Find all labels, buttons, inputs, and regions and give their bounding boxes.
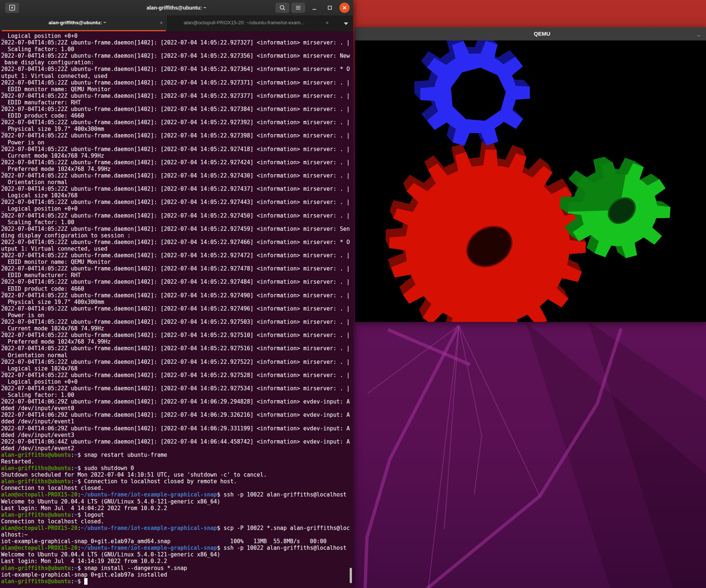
terminal-line: 2022-07-04T14:05:22Z ubuntu-frame.daemon…: [1, 239, 353, 245]
terminal-line: Shutdown scheduled for Mon 2022-07-04 14…: [1, 472, 353, 478]
qemu-display[interactable]: [355, 40, 706, 322]
terminal-line: Last login: Mon Jul 4 14:04:22 2022 from…: [1, 505, 353, 512]
terminal-line: _ Current mode 1024x768 74.99Hz: [1, 153, 353, 159]
gear-red: [374, 129, 598, 322]
terminal-line: _ Logical position +0+0: [1, 379, 353, 385]
terminal-line: _ EDID monitor name: QEMU Monitor: [1, 259, 353, 265]
terminal-line: 2022-07-04T14:05:22Z ubuntu-frame.daemon…: [1, 66, 353, 72]
terminal-line: alan-griffiths@ubuntu:~$ logout: [1, 512, 353, 518]
terminal-line: base display configuration:: [1, 59, 353, 66]
terminal-line: 2022-07-04T14:06:29Z ubuntu-frame.daemon…: [1, 425, 353, 432]
tab-terminal-remote[interactable]: alan@octopull-PROX15-20: ~/ubuntu-frame/…: [167, 15, 333, 30]
terminal-line: _ Scaling factor: 1.00: [1, 46, 353, 53]
terminal-line: Last login: Mon Jul 4 14:14:19 2022 from…: [1, 558, 353, 564]
terminal-line: _ EDID manufacturer: RHT: [1, 272, 353, 279]
terminal-line: Welcome to Ubuntu 20.04.4 LTS (GNU/Linux…: [1, 498, 353, 505]
terminal-line: alan-griffiths@ubuntu:~$: [1, 578, 353, 585]
terminal-line: _ Logical size 1024x768: [1, 365, 353, 372]
terminal-line: _ Orientation normal: [1, 179, 353, 186]
terminal-line: _ Preferred mode 1024x768 74.99Hz: [1, 166, 353, 172]
menu-button[interactable]: [291, 3, 305, 13]
tab-list-dropdown-icon[interactable]: [344, 22, 348, 25]
glxgears-scene: [355, 40, 706, 322]
terminal-line: _ Current mode 1024x768 74.99Hz: [1, 325, 353, 332]
terminal-line: 2022-07-04T14:05:22Z ubuntu-frame.daemon…: [1, 359, 353, 365]
terminal-line: 2022-07-04T14:05:22Z ubuntu-frame.daemon…: [1, 372, 353, 379]
terminal-line: alan-griffiths@ubuntu:~$ snap install --…: [1, 565, 353, 571]
terminal-line: 2022-07-04T14:05:22Z ubuntu-frame.daemon…: [1, 305, 353, 312]
terminal-line: 2022-07-04T14:05:22Z ubuntu-frame.daemon…: [1, 172, 353, 179]
qemu-minimize-button[interactable]: _: [697, 27, 700, 39]
terminal-scrollbar-thumb[interactable]: [350, 568, 352, 583]
terminal-line: 2022-07-04T14:05:22Z ubuntu-frame.daemon…: [1, 106, 353, 112]
terminal-line: 2022-07-04T14:05:22Z ubuntu-frame.daemon…: [1, 132, 353, 139]
terminal-line: alan-griffiths@ubuntu:~$ sudo shutdown 0: [1, 465, 353, 472]
terminal-line: alhost:~: [1, 531, 353, 538]
terminal-line: _ Logical position +0+0: [1, 33, 353, 39]
tab-close-icon[interactable]: ×: [160, 15, 163, 30]
terminal-line: Restarted.: [1, 458, 353, 465]
maximize-button[interactable]: [324, 3, 335, 13]
terminal-line: 2022-07-04T14:05:22Z ubuntu-frame.daemon…: [1, 53, 353, 59]
terminal-line: dded /dev/input/event0: [1, 405, 353, 412]
terminal-line: 2022-07-04T14:05:22Z ubuntu-frame.daemon…: [1, 39, 353, 46]
terminal-line: 2022-07-04T14:05:22Z ubuntu-frame.daemon…: [1, 79, 353, 86]
tab-label: alan@octopull-PROX15-20: ~/ubuntu-frame/…: [168, 15, 321, 30]
terminal-line: Connection to localhost closed.: [1, 485, 353, 491]
terminal-line: iot-example-graphical-snap 0+git.e1ab97a…: [1, 571, 353, 578]
terminal-line: 2022-07-04T14:05:22Z ubuntu-frame.daemon…: [1, 119, 353, 126]
terminal-line: 2022-07-04T14:05:22Z ubuntu-frame.daemon…: [1, 279, 353, 285]
tab-terminal-local[interactable]: alan-griffiths@ubuntu: ~ ×: [0, 15, 167, 30]
terminal-line: 2022-07-04T14:05:22Z ubuntu-frame.daemon…: [1, 265, 353, 272]
terminal-line: dded /dev/input/event3: [1, 432, 353, 438]
tab-close-icon[interactable]: ×: [325, 15, 329, 30]
terminal-line: _ Physical size 19.7" 400x300mm: [1, 126, 353, 132]
close-button[interactable]: [339, 3, 350, 13]
close-icon: [342, 5, 347, 10]
terminal-line: Welcome to Ubuntu 20.04.4 LTS (GNU/Linux…: [1, 551, 353, 558]
terminal-titlebar[interactable]: alan-griffiths@ubuntu: ~: [0, 0, 353, 16]
terminal-line: 2022-07-04T14:05:22Z ubuntu-frame.daemon…: [1, 146, 353, 153]
terminal-line: _ Scaling factor: 1.00: [1, 392, 353, 398]
terminal-screen[interactable]: _ Logical position +0+02022-07-04T14:05:…: [0, 31, 353, 588]
terminal-window: alan-griffiths@ubuntu: ~: [0, 0, 353, 588]
qemu-titlebar[interactable]: QEMU _: [355, 27, 706, 40]
terminal-line: 2022-07-04T14:05:22Z ubuntu-frame.daemon…: [1, 212, 353, 219]
terminal-line: _ Orientation normal: [1, 352, 353, 359]
terminal-line: 2022-07-04T14:05:22Z ubuntu-frame.daemon…: [1, 93, 353, 99]
terminal-line: Connection to localhost closed.: [1, 518, 353, 525]
terminal-line: _ EDID product code: 4660: [1, 286, 353, 292]
terminal-line: _ EDID product code: 4660: [1, 112, 353, 119]
terminal-line: ding display configuration to session :: [1, 232, 353, 239]
terminal-line: _ EDID monitor name: QEMU Monitor: [1, 86, 353, 93]
terminal-line: _ Power is on: [1, 139, 353, 146]
terminal-line: alan@octopull-PROX15-20:~/ubuntu-frame/i…: [1, 545, 353, 551]
tab-bar: alan-griffiths@ubuntu: ~ × alan@octopull…: [0, 15, 353, 31]
terminal-line: 2022-07-04T14:06:29Z ubuntu-frame.daemon…: [1, 412, 353, 418]
search-button[interactable]: [275, 3, 289, 13]
terminal-line: iot-example-graphical-snap_0+git.e1ab97a…: [1, 538, 353, 545]
tab-label: alan-griffiths@ubuntu: ~: [0, 15, 155, 30]
terminal-line: _ Logical position +0+0: [1, 205, 353, 212]
terminal-line: _ Logical size 1024x768: [1, 192, 353, 199]
qemu-window-title: QEMU: [534, 27, 550, 40]
terminal-line: dded /dev/input/event2: [1, 445, 353, 452]
terminal-line: alan-griffiths@ubuntu:~$ Connection to l…: [1, 478, 353, 485]
terminal-line: 2022-07-04T14:05:22Z ubuntu-frame.daemon…: [1, 319, 353, 325]
terminal-line: 2022-07-04T14:05:22Z ubuntu-frame.daemon…: [1, 345, 353, 352]
terminal-line: 2022-07-04T14:05:22Z ubuntu-frame.daemon…: [1, 292, 353, 299]
terminal-line: _ Physical size 19.7" 400x300mm: [1, 299, 353, 305]
minimize-button[interactable]: [309, 3, 320, 13]
hamburger-menu-icon: [295, 4, 302, 11]
terminal-line: 2022-07-04T14:05:22Z ubuntu-frame.daemon…: [1, 252, 353, 259]
terminal-line: 2022-07-04T14:05:22Z ubuntu-frame.daemon…: [1, 159, 353, 166]
terminal-line: _ Preferred mode 1024x768 74.99Hz: [1, 338, 353, 345]
terminal-line: 2022-07-04T14:05:22Z ubuntu-frame.daemon…: [1, 226, 353, 232]
terminal-line: utput 1: Virtual connected, used: [1, 245, 353, 252]
terminal-line: _ Scaling factor: 1.00: [1, 219, 353, 226]
terminal-line: dded /dev/input/event1: [1, 418, 353, 425]
gear-blue: [400, 40, 545, 162]
terminal-line: _ Power is on: [1, 312, 353, 319]
terminal-line: 2022-07-04T14:06:29Z ubuntu-frame.daemon…: [1, 398, 353, 405]
terminal-line: 2022-07-04T14:05:22Z ubuntu-frame.daemon…: [1, 186, 353, 192]
